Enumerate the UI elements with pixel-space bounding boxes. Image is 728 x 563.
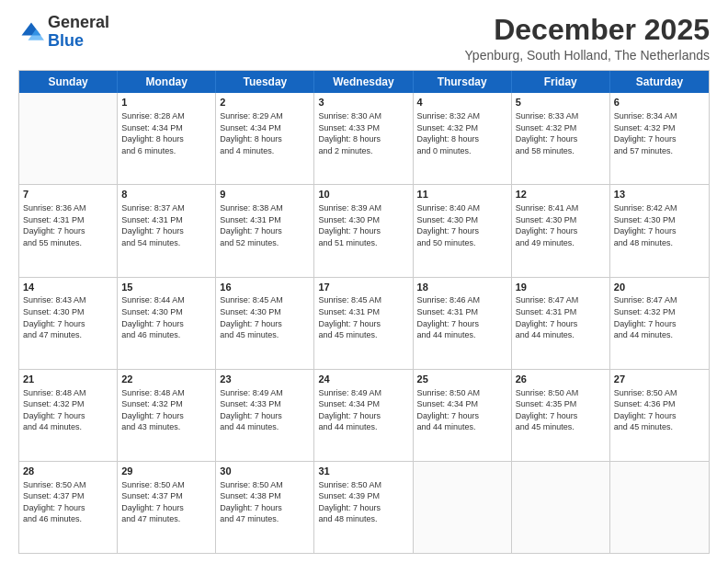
day-number: 23	[220, 373, 310, 386]
calendar-cell: 15Sunrise: 8:44 AM Sunset: 4:30 PM Dayli…	[118, 278, 216, 369]
day-number: 10	[318, 188, 408, 201]
cell-info: Sunrise: 8:48 AM Sunset: 4:32 PM Dayligh…	[121, 387, 211, 433]
logo-icon	[18, 19, 44, 45]
cell-info: Sunrise: 8:37 AM Sunset: 4:31 PM Dayligh…	[121, 202, 211, 248]
header-day-thursday: Thursday	[414, 71, 512, 93]
calendar-cell: 31Sunrise: 8:50 AM Sunset: 4:39 PM Dayli…	[314, 462, 413, 553]
header-day-sunday: Sunday	[19, 71, 118, 93]
day-number: 9	[220, 188, 310, 201]
calendar-row-5: 28Sunrise: 8:50 AM Sunset: 4:37 PM Dayli…	[19, 462, 709, 553]
day-number: 11	[417, 188, 507, 201]
day-number: 24	[318, 373, 408, 386]
calendar-cell: 1Sunrise: 8:28 AM Sunset: 4:34 PM Daylig…	[118, 93, 216, 184]
day-number: 17	[318, 281, 408, 294]
logo-general: General	[48, 13, 109, 31]
calendar-row-4: 21Sunrise: 8:48 AM Sunset: 4:32 PM Dayli…	[19, 370, 709, 462]
cell-info: Sunrise: 8:50 AM Sunset: 4:34 PM Dayligh…	[417, 387, 507, 433]
day-number: 15	[121, 281, 211, 294]
cell-info: Sunrise: 8:29 AM Sunset: 4:34 PM Dayligh…	[220, 110, 310, 156]
cell-info: Sunrise: 8:46 AM Sunset: 4:31 PM Dayligh…	[417, 294, 507, 340]
calendar-cell: 14Sunrise: 8:43 AM Sunset: 4:30 PM Dayli…	[19, 278, 118, 369]
calendar-cell: 27Sunrise: 8:50 AM Sunset: 4:36 PM Dayli…	[610, 370, 709, 461]
subtitle: Ypenburg, South Holland, The Netherlands	[465, 48, 710, 63]
calendar-cell	[512, 462, 610, 553]
cell-info: Sunrise: 8:42 AM Sunset: 4:30 PM Dayligh…	[614, 202, 705, 248]
cell-info: Sunrise: 8:39 AM Sunset: 4:30 PM Dayligh…	[318, 202, 408, 248]
cell-info: Sunrise: 8:32 AM Sunset: 4:32 PM Dayligh…	[417, 110, 507, 156]
cell-info: Sunrise: 8:50 AM Sunset: 4:37 PM Dayligh…	[23, 479, 113, 525]
calendar-cell: 2Sunrise: 8:29 AM Sunset: 4:34 PM Daylig…	[216, 93, 314, 184]
calendar-cell: 9Sunrise: 8:38 AM Sunset: 4:31 PM Daylig…	[216, 185, 314, 276]
logo: General Blue	[18, 14, 109, 51]
day-number: 18	[417, 281, 507, 294]
calendar-cell: 19Sunrise: 8:47 AM Sunset: 4:31 PM Dayli…	[512, 278, 610, 369]
calendar-cell	[414, 462, 512, 553]
day-number: 25	[417, 373, 507, 386]
day-number: 5	[516, 96, 606, 109]
header-day-wednesday: Wednesday	[314, 71, 413, 93]
calendar-row-2: 7Sunrise: 8:36 AM Sunset: 4:31 PM Daylig…	[19, 185, 709, 277]
calendar-cell: 13Sunrise: 8:42 AM Sunset: 4:30 PM Dayli…	[610, 185, 709, 276]
calendar-cell: 22Sunrise: 8:48 AM Sunset: 4:32 PM Dayli…	[118, 370, 216, 461]
day-number: 29	[121, 465, 211, 478]
calendar-cell: 21Sunrise: 8:48 AM Sunset: 4:32 PM Dayli…	[19, 370, 118, 461]
calendar-row-1: 1Sunrise: 8:28 AM Sunset: 4:34 PM Daylig…	[19, 93, 709, 185]
day-number: 19	[516, 281, 606, 294]
calendar-cell: 28Sunrise: 8:50 AM Sunset: 4:37 PM Dayli…	[19, 462, 118, 553]
cell-info: Sunrise: 8:41 AM Sunset: 4:30 PM Dayligh…	[516, 202, 606, 248]
day-number: 14	[23, 281, 113, 294]
calendar: SundayMondayTuesdayWednesdayThursdayFrid…	[18, 70, 710, 554]
day-number: 4	[417, 96, 507, 109]
cell-info: Sunrise: 8:47 AM Sunset: 4:31 PM Dayligh…	[516, 294, 606, 340]
page: General Blue December 2025 Ypenburg, Sou…	[0, 0, 728, 563]
cell-info: Sunrise: 8:50 AM Sunset: 4:37 PM Dayligh…	[121, 479, 211, 525]
calendar-cell	[610, 462, 709, 553]
cell-info: Sunrise: 8:50 AM Sunset: 4:35 PM Dayligh…	[516, 387, 606, 433]
day-number: 20	[614, 281, 705, 294]
cell-info: Sunrise: 8:36 AM Sunset: 4:31 PM Dayligh…	[23, 202, 113, 248]
day-number: 3	[318, 96, 408, 109]
logo-blue: Blue	[48, 31, 84, 50]
cell-info: Sunrise: 8:48 AM Sunset: 4:32 PM Dayligh…	[23, 387, 113, 433]
calendar-header-row: SundayMondayTuesdayWednesdayThursdayFrid…	[19, 71, 709, 93]
cell-info: Sunrise: 8:30 AM Sunset: 4:33 PM Dayligh…	[318, 110, 408, 156]
calendar-row-3: 14Sunrise: 8:43 AM Sunset: 4:30 PM Dayli…	[19, 278, 709, 370]
calendar-cell: 30Sunrise: 8:50 AM Sunset: 4:38 PM Dayli…	[216, 462, 314, 553]
cell-info: Sunrise: 8:40 AM Sunset: 4:30 PM Dayligh…	[417, 202, 507, 248]
day-number: 31	[318, 465, 408, 478]
cell-info: Sunrise: 8:34 AM Sunset: 4:32 PM Dayligh…	[614, 110, 705, 156]
calendar-cell: 10Sunrise: 8:39 AM Sunset: 4:30 PM Dayli…	[314, 185, 413, 276]
day-number: 27	[614, 373, 705, 386]
day-number: 12	[516, 188, 606, 201]
day-number: 8	[121, 188, 211, 201]
calendar-cell: 7Sunrise: 8:36 AM Sunset: 4:31 PM Daylig…	[19, 185, 118, 276]
calendar-cell: 24Sunrise: 8:49 AM Sunset: 4:34 PM Dayli…	[314, 370, 413, 461]
day-number: 16	[220, 281, 310, 294]
calendar-cell: 11Sunrise: 8:40 AM Sunset: 4:30 PM Dayli…	[414, 185, 512, 276]
logo-text: General Blue	[48, 14, 109, 51]
calendar-cell: 17Sunrise: 8:45 AM Sunset: 4:31 PM Dayli…	[314, 278, 413, 369]
cell-info: Sunrise: 8:45 AM Sunset: 4:30 PM Dayligh…	[220, 294, 310, 340]
header-day-friday: Friday	[512, 71, 610, 93]
header-day-saturday: Saturday	[610, 71, 709, 93]
calendar-cell: 26Sunrise: 8:50 AM Sunset: 4:35 PM Dayli…	[512, 370, 610, 461]
day-number: 1	[121, 96, 211, 109]
cell-info: Sunrise: 8:38 AM Sunset: 4:31 PM Dayligh…	[220, 202, 310, 248]
calendar-cell: 20Sunrise: 8:47 AM Sunset: 4:32 PM Dayli…	[610, 278, 709, 369]
title-block: December 2025 Ypenburg, South Holland, T…	[465, 14, 710, 63]
cell-info: Sunrise: 8:33 AM Sunset: 4:32 PM Dayligh…	[516, 110, 606, 156]
cell-info: Sunrise: 8:49 AM Sunset: 4:33 PM Dayligh…	[220, 387, 310, 433]
day-number: 28	[23, 465, 113, 478]
main-title: December 2025	[465, 14, 710, 46]
day-number: 21	[23, 373, 113, 386]
calendar-cell: 25Sunrise: 8:50 AM Sunset: 4:34 PM Dayli…	[414, 370, 512, 461]
cell-info: Sunrise: 8:50 AM Sunset: 4:39 PM Dayligh…	[318, 479, 408, 525]
day-number: 13	[614, 188, 705, 201]
day-number: 26	[516, 373, 606, 386]
day-number: 2	[220, 96, 310, 109]
calendar-cell: 3Sunrise: 8:30 AM Sunset: 4:33 PM Daylig…	[314, 93, 413, 184]
calendar-cell: 23Sunrise: 8:49 AM Sunset: 4:33 PM Dayli…	[216, 370, 314, 461]
calendar-cell: 18Sunrise: 8:46 AM Sunset: 4:31 PM Dayli…	[414, 278, 512, 369]
day-number: 7	[23, 188, 113, 201]
calendar-body: 1Sunrise: 8:28 AM Sunset: 4:34 PM Daylig…	[19, 93, 709, 553]
